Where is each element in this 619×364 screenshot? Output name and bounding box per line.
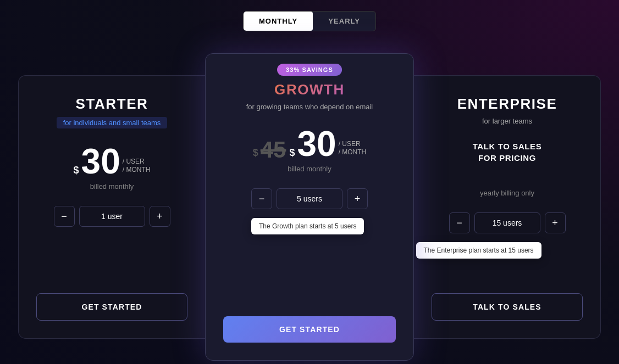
starter-plan-name: STARTER xyxy=(76,96,148,113)
starter-plan-card: STARTER for individuals and small teams … xyxy=(18,75,205,339)
enterprise-user-counter: − 15 users + The Enterprise plan starts … xyxy=(449,212,566,233)
growth-pricing-area: $ 45 $ 30 / USER / MONTH xyxy=(253,126,367,161)
yearly-toggle-btn[interactable]: YEARLY xyxy=(313,12,375,31)
starter-users-display: 1 user xyxy=(79,206,145,227)
growth-plan-subtitle: for growing teams who depend on email xyxy=(246,103,373,111)
starter-increment-btn[interactable]: + xyxy=(150,206,170,227)
growth-user-counter: − 5 users + The Growth plan starts at 5 … xyxy=(251,188,368,209)
starter-cta-btn[interactable]: GET STARTED xyxy=(36,293,187,321)
growth-savings-badge: 33% SAVINGS xyxy=(277,64,342,76)
growth-old-price-dollar: $ xyxy=(253,144,258,161)
enterprise-plan-name: ENTERPRISE xyxy=(457,96,557,113)
growth-plan-name: GROWTH xyxy=(274,81,345,98)
monthly-toggle-btn[interactable]: MONTHLY xyxy=(244,12,313,31)
enterprise-users-display: 15 users xyxy=(474,212,540,233)
growth-plan-card: 33% SAVINGS GROWTH for growing teams who… xyxy=(205,53,414,361)
starter-user-counter: − 1 user + xyxy=(54,206,170,227)
growth-increment-btn[interactable]: + xyxy=(347,188,368,209)
starter-billed-note: billed monthly xyxy=(90,182,134,191)
billing-toggle: MONTHLY YEARLY xyxy=(243,11,376,31)
starter-plan-subtitle: for individuals and small teams xyxy=(57,117,168,128)
starter-price-dollar: $ xyxy=(74,161,79,179)
enterprise-plan-subtitle: for larger teams xyxy=(482,117,532,125)
enterprise-increment-btn[interactable]: + xyxy=(545,212,566,233)
enterprise-pricing-area: TALK TO SALES FOR PRICING xyxy=(473,141,542,167)
plans-container: STARTER for individuals and small teams … xyxy=(7,53,612,361)
starter-decrement-btn[interactable]: − xyxy=(54,206,75,227)
growth-users-display: 5 users xyxy=(277,188,342,209)
enterprise-price-talk: TALK TO SALES FOR PRICING xyxy=(473,141,542,164)
enterprise-cta-btn[interactable]: TALK TO SALES xyxy=(432,293,583,321)
starter-pricing-area: $ 30 / USER / MONTH xyxy=(74,144,151,179)
growth-price-amount: 30 xyxy=(297,126,336,161)
growth-old-price: 45 xyxy=(261,138,286,161)
enterprise-plan-card: ENTERPRISE for larger teams TALK TO SALE… xyxy=(414,75,601,339)
growth-cta-btn[interactable]: GET STARTED xyxy=(223,316,396,343)
growth-decrement-btn[interactable]: − xyxy=(251,188,272,209)
starter-price-per: / USER / MONTH xyxy=(123,158,151,175)
growth-price-per: / USER / MONTH xyxy=(339,140,367,157)
enterprise-decrement-btn[interactable]: − xyxy=(449,212,470,233)
enterprise-yearly-note: yearly billing only xyxy=(480,189,534,197)
starter-price-amount: 30 xyxy=(81,144,120,179)
growth-price-dollar: $ xyxy=(289,144,295,161)
enterprise-tooltip: The Enterprise plan starts at 15 users xyxy=(416,242,541,259)
growth-tooltip: The Growth plan starts at 5 users xyxy=(251,218,364,234)
growth-billed-note: billed monthly xyxy=(288,165,331,173)
